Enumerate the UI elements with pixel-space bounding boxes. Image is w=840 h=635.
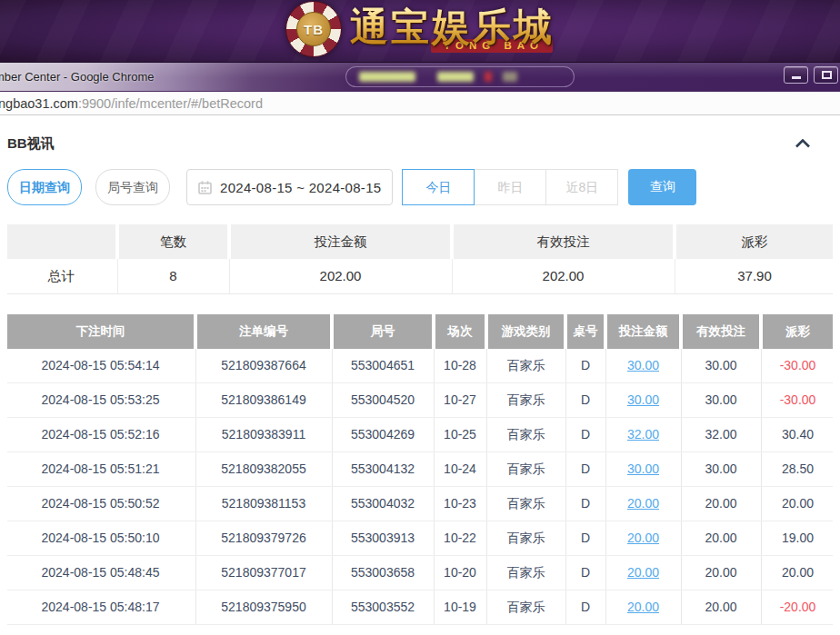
cell-bet-time: 2024-08-15 05:53:25 bbox=[7, 383, 194, 417]
cell-bet-number: 521809381153 bbox=[197, 487, 330, 521]
yesterday-button[interactable]: 昨日 bbox=[474, 169, 546, 205]
cell-round-number: 553004132 bbox=[334, 452, 432, 486]
page-title: BB视讯 bbox=[7, 135, 55, 153]
cell-payout: 20.00 bbox=[763, 487, 833, 521]
summary-header: 派彩 bbox=[676, 224, 833, 259]
cell-bet-time: 2024-08-15 05:54:14 bbox=[7, 349, 194, 382]
table-row: 2024-08-15 05:54:14 521809387664 5530046… bbox=[7, 349, 833, 383]
cell-game-type: 百家乐 bbox=[488, 521, 564, 555]
cell-payout: 20.00 bbox=[763, 556, 833, 590]
cell-round-number: 553003552 bbox=[334, 590, 432, 624]
cell-table-number: D bbox=[567, 418, 604, 451]
blurred-red-char bbox=[485, 72, 492, 82]
date-range-picker[interactable]: 2024-08-15 ~ 2024-08-15 bbox=[186, 169, 393, 205]
collapse-section-button[interactable] bbox=[795, 139, 811, 148]
masked-account-info bbox=[345, 66, 575, 87]
cell-bet-number: 521809383911 bbox=[197, 418, 330, 451]
column-header-game: 游戏类别 bbox=[488, 314, 564, 349]
cell-bet-amount-link[interactable]: 32.00 bbox=[607, 418, 679, 451]
table-row: 2024-08-15 05:48:45 521809377017 5530036… bbox=[7, 556, 833, 590]
minimize-icon bbox=[792, 76, 801, 79]
cell-bet-amount-link[interactable]: 20.00 bbox=[607, 590, 679, 624]
column-header-round: 局号 bbox=[334, 314, 432, 349]
cell-valid-bet: 32.00 bbox=[683, 418, 759, 451]
cell-table-number: D bbox=[567, 556, 604, 590]
cell-valid-bet: 30.00 bbox=[683, 452, 759, 486]
cell-game-type: 百家乐 bbox=[488, 418, 564, 451]
cell-payout: -30.00 bbox=[763, 383, 833, 417]
table-row: 2024-08-15 05:52:16 521809383911 5530042… bbox=[7, 418, 833, 452]
cell-bet-amount-link[interactable]: 30.00 bbox=[607, 349, 679, 382]
cell-game-type: 百家乐 bbox=[488, 556, 564, 590]
column-header-valid-bet: 有效投注 bbox=[683, 314, 759, 349]
summary-header: 投注金额 bbox=[231, 224, 450, 259]
chip-label: TB bbox=[304, 22, 324, 37]
cell-session: 10-27 bbox=[435, 383, 485, 417]
summary-count: 8 bbox=[119, 259, 227, 293]
cell-bet-number: 521809386149 bbox=[197, 383, 330, 417]
calendar-icon bbox=[198, 181, 212, 194]
summary-header bbox=[7, 224, 115, 259]
cell-session: 10-22 bbox=[435, 521, 485, 555]
casino-header: TB 通宝娱乐城 TONG BAO bbox=[0, 0, 840, 62]
cell-game-type: 百家乐 bbox=[488, 383, 564, 417]
cell-round-number: 553003913 bbox=[334, 521, 432, 555]
summary-header: 笔数 bbox=[119, 224, 227, 259]
column-header-session: 场次 bbox=[435, 314, 485, 349]
blurred-suffix bbox=[503, 72, 517, 82]
maximize-icon bbox=[822, 71, 832, 79]
cell-bet-time: 2024-08-15 05:50:52 bbox=[7, 487, 194, 521]
address-bar[interactable]: ngbao31.com:9900/infe/mcenter/#/betRecor… bbox=[0, 91, 840, 115]
cell-valid-bet: 20.00 bbox=[683, 487, 759, 521]
summary-header-row: 笔数 投注金额 有效投注 派彩 bbox=[7, 224, 833, 259]
cell-table-number: D bbox=[567, 383, 604, 417]
cell-round-number: 553004269 bbox=[334, 418, 432, 451]
url-path: :9900/infe/mcenter/#/betRecord bbox=[78, 96, 263, 111]
table-row: 2024-08-15 05:50:52 521809381153 5530040… bbox=[7, 487, 833, 521]
minimize-button[interactable] bbox=[784, 66, 808, 84]
cell-game-type: 百家乐 bbox=[488, 452, 564, 486]
cell-valid-bet: 30.00 bbox=[683, 383, 759, 417]
cell-bet-number: 521809387664 bbox=[197, 349, 330, 382]
blurred-text bbox=[359, 72, 415, 82]
cell-session: 10-20 bbox=[435, 556, 485, 590]
browser-titlebar: mber Center - Google Chrome bbox=[0, 62, 840, 91]
cell-bet-time: 2024-08-15 05:51:21 bbox=[7, 452, 194, 486]
cell-round-number: 553004520 bbox=[334, 383, 432, 417]
cell-round-number: 553004651 bbox=[334, 349, 432, 382]
bet-record-page: BB视讯 日期查询 局号查询 2024-08-15 ~ 2024-08-15 bbox=[0, 115, 840, 625]
cell-bet-time: 2024-08-15 05:48:17 bbox=[7, 590, 194, 624]
table-row: 2024-08-15 05:51:21 521809382055 5530041… bbox=[7, 452, 833, 487]
search-button[interactable]: 查询 bbox=[628, 169, 696, 205]
summary-table: 笔数 投注金额 有效投注 派彩 总计 8 202.00 202.00 37.90 bbox=[7, 224, 833, 294]
cell-session: 10-19 bbox=[435, 590, 485, 624]
table-row: 2024-08-15 05:50:10 521809379726 5530039… bbox=[7, 521, 833, 556]
cell-bet-amount-link[interactable]: 20.00 bbox=[607, 521, 679, 555]
cell-bet-amount-link[interactable]: 30.00 bbox=[607, 383, 679, 417]
cell-bet-time: 2024-08-15 05:48:45 bbox=[7, 556, 194, 590]
cell-bet-number: 521809375950 bbox=[197, 590, 330, 624]
last-8-days-button[interactable]: 近8日 bbox=[545, 169, 618, 205]
cell-session: 10-25 bbox=[435, 418, 485, 451]
date-query-tab[interactable]: 日期查询 bbox=[7, 169, 82, 205]
cell-payout: -30.00 bbox=[763, 349, 833, 382]
cell-bet-amount-link[interactable]: 30.00 bbox=[607, 452, 679, 486]
cell-round-number: 553004032 bbox=[334, 487, 432, 521]
cell-table-number: D bbox=[567, 349, 604, 382]
chevron-up-icon bbox=[795, 139, 811, 148]
cell-payout: -20.00 bbox=[763, 590, 833, 624]
cell-valid-bet: 20.00 bbox=[683, 521, 759, 555]
table-row: 2024-08-15 05:48:17 521809375950 5530035… bbox=[7, 590, 833, 625]
cell-bet-time: 2024-08-15 05:52:16 bbox=[7, 418, 194, 451]
column-header-bet-amount: 投注金额 bbox=[607, 314, 679, 349]
round-query-tab[interactable]: 局号查询 bbox=[95, 169, 170, 205]
cell-round-number: 553003658 bbox=[334, 556, 432, 590]
cell-bet-amount-link[interactable]: 20.00 bbox=[607, 487, 679, 521]
today-button[interactable]: 今日 bbox=[402, 169, 475, 205]
cell-bet-number: 521809379726 bbox=[197, 521, 330, 555]
maximize-button[interactable] bbox=[814, 66, 838, 84]
cell-bet-amount-link[interactable]: 20.00 bbox=[607, 556, 679, 590]
brand-title: 通宝娱乐城 bbox=[350, 6, 555, 48]
casino-logo: TB 通宝娱乐城 TONG BAO bbox=[285, 1, 555, 57]
blurred-amount bbox=[437, 72, 474, 82]
